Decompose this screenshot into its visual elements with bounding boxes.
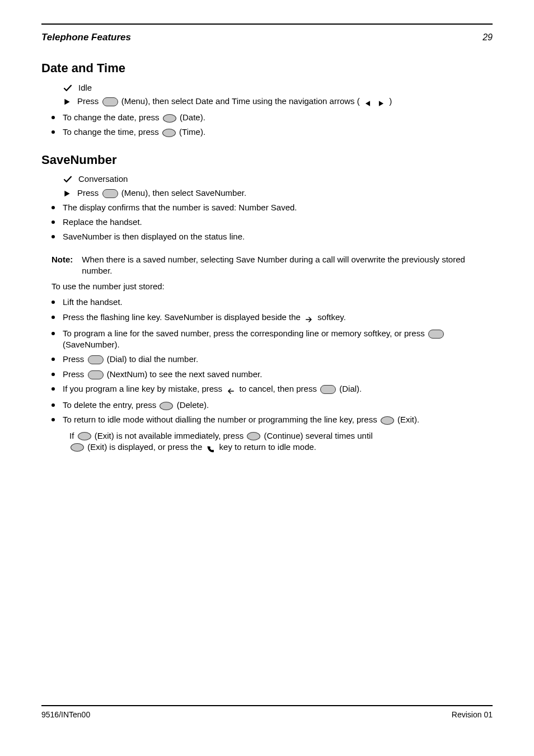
bullet-icon xyxy=(51,358,55,361)
softkey-icon xyxy=(162,129,176,137)
bullet-icon xyxy=(51,316,55,319)
check-item-conversation: Conversation xyxy=(63,173,493,185)
text: Replace the handset. xyxy=(63,217,493,228)
savenumber-result-bullets: The display confirms that the number is … xyxy=(41,202,493,243)
savenumber-check-list: Conversation xyxy=(41,173,493,185)
text: (Exit). xyxy=(397,415,419,424)
note-label: Note: xyxy=(51,254,73,277)
bullet-icon xyxy=(51,332,55,335)
para-use-intro: To use the number just stored: xyxy=(51,281,493,292)
text: To return to idle mode without dialling … xyxy=(63,415,380,424)
play-item-menu: Press (Menu), then select Date and Time … xyxy=(63,96,493,109)
bullet-content: To return to idle mode without dialling … xyxy=(63,414,493,425)
softkey-icon xyxy=(102,189,118,198)
bullet-content: To program a line for the saved number, … xyxy=(63,328,493,351)
text: to cancel, then press xyxy=(239,384,319,393)
text: (Dial). xyxy=(339,384,362,393)
play-content: Press (Menu), then select SaveNumber. xyxy=(77,187,493,199)
nav-left-icon xyxy=(364,98,374,107)
check-icon xyxy=(63,173,73,185)
date-time-bullets: To change the date, press (Date). To cha… xyxy=(41,112,493,138)
nav-right-icon xyxy=(377,98,387,107)
check-label: Conversation xyxy=(78,173,493,185)
header-title: Telephone Features xyxy=(41,31,131,44)
text: If xyxy=(69,431,77,440)
bullet-icon xyxy=(51,403,55,407)
bullet: To delete the entry, press (Delete). xyxy=(51,400,493,411)
footer: 9516/INTen00 Revision 01 xyxy=(41,705,493,720)
text: Press xyxy=(77,96,101,106)
softkey-icon xyxy=(247,432,260,440)
footer-right: Revision 01 xyxy=(452,710,493,720)
check-label: Idle xyxy=(78,82,493,93)
bullet: The display confirms that the number is … xyxy=(51,202,493,213)
softkey-icon xyxy=(320,385,336,394)
header-page: 29 xyxy=(483,31,493,44)
bullet: Lift the handset. xyxy=(51,297,493,308)
softkey-icon xyxy=(381,416,394,425)
bullet-content: To delete the entry, press (Delete). xyxy=(63,400,493,411)
bullet: To return to idle mode without dialling … xyxy=(51,414,493,425)
bullet: Replace the handset. xyxy=(51,217,493,228)
bullet-icon xyxy=(51,130,55,134)
text: (Delete). xyxy=(177,400,209,410)
text: The display confirms that the number is … xyxy=(63,202,493,213)
bullet-icon xyxy=(51,373,55,376)
footer-left: 9516/INTen00 xyxy=(41,710,90,720)
savenumber-play-list: Press (Menu), then select SaveNumber. xyxy=(41,187,493,199)
text: (Continue) several times until xyxy=(264,431,373,440)
bullet-icon xyxy=(51,387,55,391)
bullet-icon xyxy=(51,116,55,119)
text: (Menu), then select SaveNumber. xyxy=(121,188,246,198)
text: (Time). xyxy=(179,127,205,137)
bullet-content: Press the flashing line key. SaveNumber … xyxy=(63,312,493,325)
date-time-play-list: Press (Menu), then select Date and Time … xyxy=(41,96,493,109)
softkey-icon xyxy=(160,402,173,410)
text: To program a line for the saved number, … xyxy=(63,328,427,338)
savenumber-use-bullets: Lift the handset. Press the flashing lin… xyxy=(41,297,493,425)
text: (Dial) to dial the number. xyxy=(107,354,198,364)
text: (Exit) is displayed, or press the xyxy=(87,442,204,452)
text: key to return to idle mode. xyxy=(219,442,316,452)
text: To delete the entry, press xyxy=(63,400,158,410)
bullet: If you program a line key by mistake, pr… xyxy=(51,383,493,396)
arrow-left-icon xyxy=(226,386,237,395)
section-title-date-time: Date and Time xyxy=(41,60,493,77)
bullet: To program a line for the saved number, … xyxy=(51,328,493,351)
phone-icon xyxy=(206,444,217,453)
trailing-para: If (Exit) is not available immediately, … xyxy=(69,430,493,455)
play-icon xyxy=(63,96,72,107)
text: (Exit) is not available immediately, pre… xyxy=(95,431,246,440)
softkey-icon xyxy=(71,443,84,452)
text: To change the date, press xyxy=(63,112,162,122)
softkey-icon xyxy=(102,97,118,106)
bullet-content: To change the time, press (Time). xyxy=(63,126,493,138)
note-body: When there is a saved number, selecting … xyxy=(82,254,493,277)
arrow-right-icon xyxy=(305,314,316,323)
bullet-icon xyxy=(51,220,55,224)
bullet-icon xyxy=(51,206,55,209)
text: Press xyxy=(77,188,101,198)
bullet-time: To change the time, press (Time). xyxy=(51,126,493,138)
section-title-savenumber: SaveNumber xyxy=(41,152,493,168)
softkey-icon xyxy=(88,355,104,364)
bullet-content: Press (NextNum) to see the next saved nu… xyxy=(63,369,493,380)
header-rule xyxy=(41,24,493,25)
text: ) xyxy=(389,96,392,106)
bullet-icon xyxy=(51,235,55,238)
softkey-icon xyxy=(78,432,91,440)
bullet-date: To change the date, press (Date). xyxy=(51,112,493,123)
date-time-check-list: Idle xyxy=(41,82,493,93)
play-item-menu-savenumber: Press (Menu), then select SaveNumber. xyxy=(63,187,493,199)
bullet: SaveNumber is then displayed on the stat… xyxy=(51,231,493,242)
text: (Date). xyxy=(180,112,205,122)
text: (Menu), then select Date and Time using … xyxy=(121,96,360,106)
text: (NextNum) to see the next saved number. xyxy=(107,369,263,379)
text: SaveNumber is then displayed on the stat… xyxy=(63,231,493,242)
bullet: Press the flashing line key. SaveNumber … xyxy=(51,312,493,325)
text: To change the time, press xyxy=(63,127,161,137)
check-item-idle: Idle xyxy=(63,82,493,93)
note-block: Note: When there is a saved number, sele… xyxy=(51,254,493,277)
text: Press xyxy=(63,369,87,379)
header-row: Telephone Features 29 xyxy=(41,31,493,44)
